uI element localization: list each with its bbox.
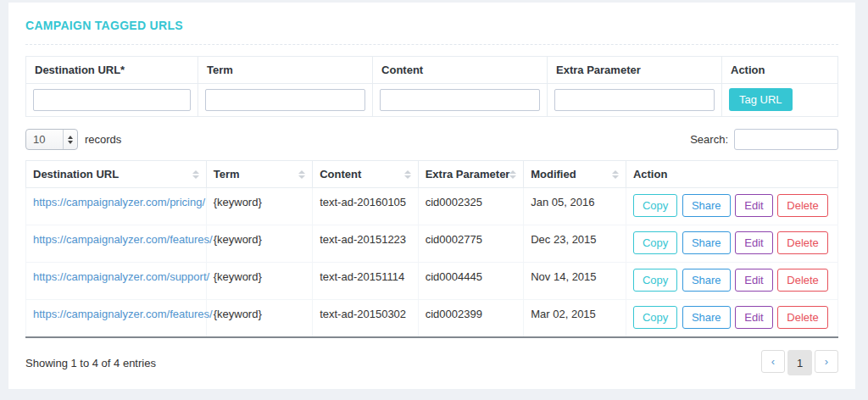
delete-button[interactable]: Delete — [777, 306, 828, 329]
copy-button[interactable]: Copy — [633, 231, 677, 254]
page-title: CAMPAIGN TAGGED URLS — [25, 15, 838, 45]
action-cell: Copy Share Edit Delete — [626, 225, 837, 263]
table-row: https://campaignalyzer.com/support/ {key… — [26, 263, 838, 300]
form-header-action: Action — [722, 57, 838, 84]
table-footer: Showing 1 to 4 of 4 entries ‹ 1 › — [25, 350, 838, 375]
sort-icon — [192, 170, 199, 179]
content-cell: text-ad-20151223 — [313, 225, 419, 263]
action-cell: Copy Share Edit Delete — [626, 263, 837, 300]
tag-url-form: Destination URL* Term Content Extra Para… — [25, 56, 838, 117]
destination-url-link[interactable]: https://campaignalyzer.com/features/ — [33, 308, 213, 320]
column-header-destination-url[interactable]: Destination URL — [26, 161, 207, 188]
term-input[interactable] — [205, 89, 365, 111]
modified-cell: Nov 14, 2015 — [524, 263, 626, 300]
destination-url-link[interactable]: https://campaignalyzer.com/features/ — [33, 233, 213, 246]
table-controls: 10 records Search: — [25, 129, 838, 150]
destination-url-link[interactable]: https://campaignalyzer.com/support/ — [33, 270, 209, 283]
chevron-left-icon: ‹ — [771, 355, 775, 368]
search-group: Search: — [690, 129, 838, 150]
modified-cell: Jan 05, 2016 — [524, 188, 626, 225]
pagination: ‹ 1 › — [761, 350, 838, 375]
delete-button[interactable]: Delete — [777, 231, 828, 254]
modified-cell: Dec 23, 2015 — [524, 225, 626, 263]
table-row: https://campaignalyzer.com/pricing/ {key… — [26, 188, 838, 225]
copy-button[interactable]: Copy — [633, 194, 677, 217]
destination-url-link[interactable]: https://campaignalyzer.com/pricing/ — [33, 196, 205, 208]
table-header-row: Destination URL Term Content Extra Param… — [26, 161, 838, 188]
term-cell: {keyword} — [206, 225, 312, 263]
search-input[interactable] — [734, 129, 838, 150]
extra-parameter-cell: cid0002399 — [418, 300, 524, 338]
edit-button[interactable]: Edit — [735, 194, 772, 217]
entries-summary: Showing 1 to 4 of 4 entries — [25, 357, 156, 369]
action-cell: Copy Share Edit Delete — [626, 188, 837, 225]
delete-button[interactable]: Delete — [777, 269, 828, 292]
extra-parameter-input[interactable] — [554, 89, 715, 111]
extra-parameter-cell: cid0004445 — [418, 263, 524, 300]
content-input[interactable] — [380, 89, 540, 111]
delete-button[interactable]: Delete — [777, 194, 828, 217]
column-header-action: Action — [626, 161, 837, 188]
chevron-right-icon: › — [825, 355, 828, 368]
destination-url-input[interactable] — [33, 89, 191, 111]
content-cell: text-ad-20150302 — [313, 300, 419, 338]
tag-url-button[interactable]: Tag URL — [729, 88, 793, 111]
records-select-value: 10 — [33, 133, 45, 146]
pagination-page-1-button[interactable]: 1 — [787, 350, 812, 375]
table-row: https://campaignalyzer.com/features/ {ke… — [26, 300, 838, 338]
form-header-destination-url: Destination URL* — [26, 57, 198, 84]
edit-button[interactable]: Edit — [735, 269, 772, 292]
tagged-urls-table: Destination URL Term Content Extra Param… — [25, 160, 838, 338]
term-cell: {keyword} — [206, 263, 312, 300]
share-button[interactable]: Share — [682, 269, 731, 292]
table-row: https://campaignalyzer.com/features/ {ke… — [26, 225, 838, 263]
modified-cell: Mar 02, 2015 — [524, 300, 626, 338]
form-header-extra-parameter: Extra Parameter — [548, 57, 722, 84]
sort-icon — [612, 170, 619, 179]
share-button[interactable]: Share — [682, 306, 731, 329]
share-button[interactable]: Share — [682, 194, 731, 217]
records-group: 10 records — [25, 129, 121, 150]
content-cell: text-ad-20151114 — [313, 263, 419, 300]
sort-icon — [509, 170, 516, 179]
form-header-content: Content — [373, 57, 548, 84]
form-input-row: Tag URL — [26, 84, 838, 117]
column-header-modified[interactable]: Modified — [524, 161, 626, 188]
edit-button[interactable]: Edit — [735, 306, 772, 329]
campaign-tagged-urls-panel: CAMPAIGN TAGGED URLS Destination URL* Te… — [8, 3, 855, 389]
records-label: records — [85, 133, 121, 146]
extra-parameter-cell: cid0002775 — [418, 225, 524, 263]
column-header-content[interactable]: Content — [313, 161, 419, 188]
term-cell: {keyword} — [206, 188, 312, 225]
select-spinner-icon — [63, 130, 77, 149]
sort-icon — [404, 170, 411, 179]
share-button[interactable]: Share — [682, 231, 731, 254]
copy-button[interactable]: Copy — [633, 306, 677, 329]
pagination-prev-button[interactable]: ‹ — [761, 350, 785, 373]
column-header-extra-parameter[interactable]: Extra Parameter — [418, 161, 524, 188]
extra-parameter-cell: cid0002325 — [418, 188, 524, 225]
records-select[interactable]: 10 — [25, 129, 78, 150]
sort-icon — [298, 170, 305, 179]
action-cell: Copy Share Edit Delete — [626, 300, 837, 338]
form-header-row: Destination URL* Term Content Extra Para… — [26, 57, 838, 84]
column-header-term[interactable]: Term — [206, 161, 312, 188]
edit-button[interactable]: Edit — [735, 231, 772, 254]
content-cell: text-ad-20160105 — [313, 188, 419, 225]
pagination-next-button[interactable]: › — [815, 350, 838, 373]
term-cell: {keyword} — [206, 300, 312, 338]
search-label: Search: — [690, 133, 728, 146]
form-header-term: Term — [198, 57, 373, 84]
copy-button[interactable]: Copy — [633, 269, 677, 292]
